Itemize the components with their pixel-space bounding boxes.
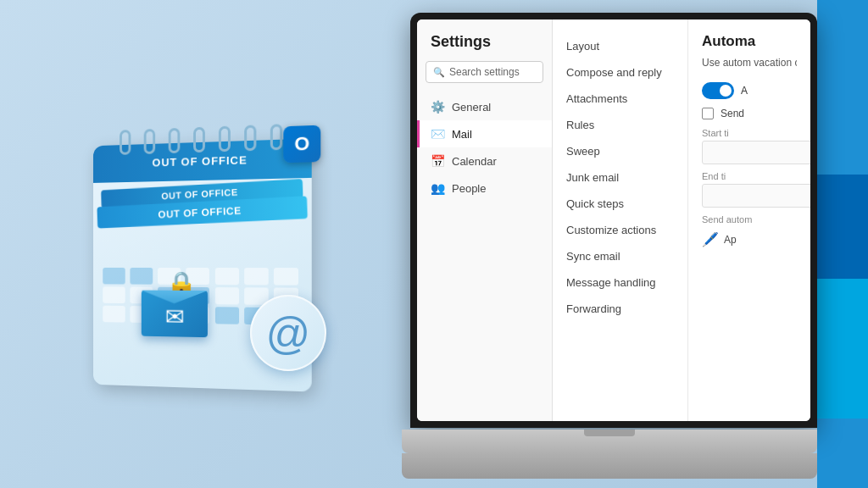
start-time-row: Start ti: [702, 128, 797, 164]
sidebar-item-people[interactable]: 👥 People: [417, 175, 552, 202]
cal-cell: [103, 268, 125, 285]
ring-6: [244, 125, 256, 151]
sidebar-item-general[interactable]: ⚙️ General: [417, 93, 552, 120]
settings-right-panel: Automa Use autom vacation or A Send Star…: [688, 19, 810, 421]
start-time-input[interactable]: [702, 141, 810, 164]
checkbox-row: Send: [702, 108, 797, 119]
settings-left-nav: Settings 🔍 Search settings ⚙️ General ✉️…: [417, 19, 553, 421]
end-time-row: End ti: [702, 171, 797, 208]
cal-cell: [214, 307, 238, 324]
apply-label: Ap: [724, 234, 737, 246]
ring-3: [169, 128, 181, 153]
sidebar-item-mail[interactable]: ✉️ Mail: [417, 120, 552, 147]
mail-icon: ✉️: [431, 127, 445, 141]
search-placeholder-text: Search settings: [449, 66, 520, 78]
blue-bar-2: [817, 175, 868, 279]
menu-item-attachments[interactable]: Attachments: [553, 86, 687, 112]
cal-cell: [103, 286, 125, 303]
calendar-icon: 📅: [431, 154, 445, 168]
calendar-illustration: OUT OF OFFICE OUT OF OFFICE OUT OF OFFIC…: [72, 100, 343, 388]
sidebar-item-label: General: [452, 101, 491, 114]
laptop-base: [402, 430, 817, 453]
sidebar-item-label: Mail: [452, 128, 472, 141]
ring-2: [144, 129, 155, 154]
menu-item-sync[interactable]: Sync email: [553, 243, 687, 269]
cal-cell: [274, 268, 298, 286]
ring-7: [270, 124, 282, 150]
blue-bar-4: [817, 419, 868, 488]
settings-title: Settings: [417, 33, 552, 61]
envelope-illustration: ✉: [142, 291, 208, 338]
toggle-switch[interactable]: [702, 82, 734, 99]
menu-item-forwarding[interactable]: Forwarding: [553, 296, 687, 322]
right-panel-subtitle: Use autom vacation or: [702, 57, 797, 69]
decorative-bars: [817, 0, 868, 488]
screen-inner: Settings 🔍 Search settings ⚙️ General ✉️…: [417, 19, 810, 421]
envelope-icon: ✉: [164, 303, 183, 331]
apply-icon: 🖊️: [702, 231, 719, 247]
ring-4: [193, 127, 205, 152]
blue-bar-3: [817, 279, 868, 419]
illustration-area: OUT OF OFFICE OUT OF OFFICE OUT OF OFFIC…: [0, 0, 415, 488]
menu-item-customize[interactable]: Customize actions: [553, 217, 687, 243]
toggle-row: A: [702, 82, 797, 99]
laptop-screen: Settings 🔍 Search settings ⚙️ General ✉️…: [410, 13, 817, 428]
cal-cell: [244, 268, 269, 285]
settings-panel: Settings 🔍 Search settings ⚙️ General ✉️…: [417, 19, 810, 421]
at-symbol: @: [250, 295, 326, 371]
blue-bar-1: [817, 0, 868, 175]
cal-cell: [103, 306, 125, 323]
send-auto-label: Send autom: [702, 214, 797, 225]
laptop-foot: [402, 453, 817, 479]
checkbox-send[interactable]: [702, 108, 714, 119]
cal-cell: [214, 287, 238, 304]
settings-middle-menu: Layout Compose and reply Attachments Rul…: [553, 19, 688, 421]
menu-item-compose[interactable]: Compose and reply: [553, 59, 687, 86]
right-panel-title: Automa: [702, 33, 797, 50]
start-time-label: Start ti: [702, 128, 797, 138]
sidebar-item-label: Calendar: [452, 155, 497, 168]
sidebar-item-label: People: [452, 182, 486, 195]
laptop-notch: [584, 430, 635, 436]
outlook-icon: O: [283, 125, 320, 164]
sidebar-item-calendar[interactable]: 📅 Calendar: [417, 147, 552, 175]
ring-1: [120, 130, 131, 155]
menu-item-layout[interactable]: Layout: [553, 33, 687, 59]
end-time-input[interactable]: [702, 184, 810, 208]
toggle-label: A: [741, 85, 748, 97]
apply-row: 🖊️ Ap: [702, 231, 797, 247]
menu-item-rules[interactable]: Rules: [553, 112, 687, 138]
menu-item-junk[interactable]: Junk email: [553, 164, 687, 191]
general-icon: ⚙️: [431, 100, 445, 114]
menu-item-quicksteps[interactable]: Quick steps: [553, 191, 687, 217]
search-settings-box[interactable]: 🔍 Search settings: [426, 61, 543, 83]
menu-item-sweep[interactable]: Sweep: [553, 138, 687, 164]
calendar-top-text: OUT OF OFFICE: [153, 153, 248, 169]
search-icon: 🔍: [433, 67, 445, 78]
send-auto-row: Send autom: [702, 214, 797, 225]
end-time-label: End ti: [702, 171, 797, 181]
cal-cell: [131, 268, 153, 285]
cal-cell: [214, 268, 238, 285]
laptop-area: Settings 🔍 Search settings ⚙️ General ✉️…: [402, 13, 817, 479]
ring-5: [219, 126, 231, 152]
menu-item-message-handling[interactable]: Message handling: [553, 269, 687, 296]
people-icon: 👥: [431, 181, 445, 195]
checkbox-send-label: Send: [721, 108, 744, 119]
